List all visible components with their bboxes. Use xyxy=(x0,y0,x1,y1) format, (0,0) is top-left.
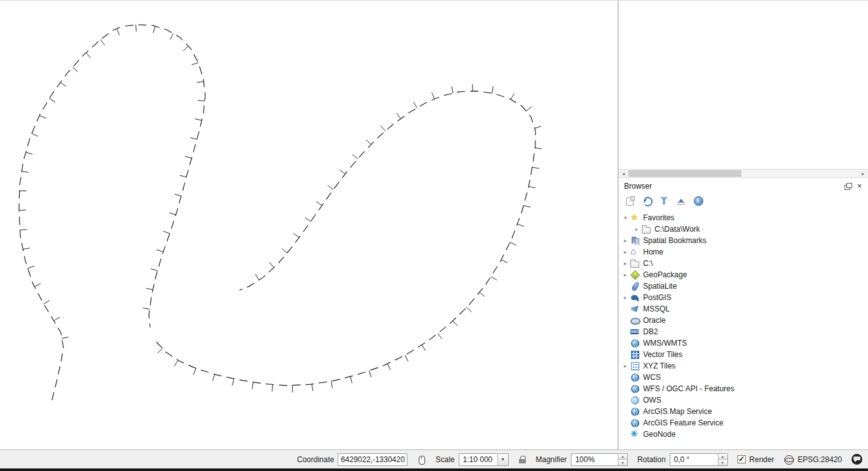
favorites-icon xyxy=(630,213,640,223)
scale-group: Scale 1:10 000 xyxy=(435,453,508,466)
scale-combobox[interactable]: 1:10 000 xyxy=(459,453,509,466)
rotation-spinbox[interactable]: 0,0 ° xyxy=(670,453,728,466)
browser-item-spatialite[interactable]: SpatiaLite xyxy=(618,280,868,292)
float-panel-icon[interactable] xyxy=(843,182,853,191)
rotation-label: Rotation xyxy=(637,455,666,464)
browser-item-arcgis-map-service[interactable]: ArcGIS Map Service xyxy=(618,406,868,417)
status-bar: Coordinate 6429022,-1330420 Scale 1:10 0… xyxy=(0,449,868,468)
browser-item-favorites[interactable]: ▾Favorites xyxy=(618,212,868,223)
scale-value: 1:10 000 xyxy=(459,454,497,465)
scroll-left-icon[interactable] xyxy=(618,170,629,177)
expander-right-icon[interactable]: ▸ xyxy=(621,260,630,267)
browser-item-label: GeoNode xyxy=(643,430,675,439)
properties-widget-button[interactable] xyxy=(691,193,706,208)
cliff-line-west xyxy=(19,25,205,400)
rotation-up-icon[interactable] xyxy=(718,454,727,460)
magnifier-spinbox[interactable]: 100% xyxy=(571,453,628,466)
expander-right-icon[interactable]: ▸ xyxy=(621,272,630,278)
refresh-button[interactable] xyxy=(639,193,654,208)
browser-item-label: GeoPackage xyxy=(643,270,687,279)
magnifier-down-icon[interactable] xyxy=(618,459,627,465)
magnifier-up-icon[interactable] xyxy=(618,454,627,460)
browser-item-label: Oracle xyxy=(643,316,665,325)
qgis-main-area: Browser ▾Favorites▸C:\Data\Work▸Spatial … xyxy=(0,0,868,449)
coordinate-input[interactable]: 6429022,-1330420 xyxy=(338,453,407,466)
browser-item-spatial-bookmarks[interactable]: ▸Spatial Bookmarks xyxy=(618,235,868,246)
browser-item-wcs[interactable]: WCS xyxy=(618,372,868,383)
collapse-all-button[interactable] xyxy=(673,193,689,208)
crs-group: EPSG:28420 xyxy=(784,455,842,465)
browser-item-vector-tiles[interactable]: Vector Tiles xyxy=(618,349,868,360)
render-checkbox[interactable] xyxy=(737,455,746,463)
map-cliff-symbology xyxy=(0,1,618,449)
render-group: Render xyxy=(737,455,774,464)
browser-item-label: WMS/WMTS xyxy=(643,339,687,348)
expander-right-icon[interactable]: ▸ xyxy=(621,237,630,244)
browser-item-label: C:\Data\Work xyxy=(654,225,700,234)
arcgis-feature-service-icon xyxy=(630,418,640,428)
geopackage-icon xyxy=(630,270,640,280)
browser-item-mssql[interactable]: MSSQL xyxy=(618,303,868,315)
browser-item-oracle[interactable]: Oracle xyxy=(618,315,868,326)
browser-item-wms-wmts[interactable]: WMS/WMTS xyxy=(618,337,868,349)
scale-dropdown-icon[interactable] xyxy=(497,454,508,465)
browser-item-geonode[interactable]: GeoNode xyxy=(618,429,868,440)
add-selected-layers-button[interactable] xyxy=(622,193,637,208)
browser-tree: ▾Favorites▸C:\Data\Work▸Spatial Bookmark… xyxy=(618,211,868,449)
browser-item-label: Spatial Bookmarks xyxy=(643,236,706,245)
scale-lock-icon[interactable] xyxy=(518,455,527,465)
browser-item-postgis[interactable]: ▸PostGIS xyxy=(618,292,868,303)
spatial-bookmarks-icon xyxy=(630,236,640,246)
browser-item-label: XYZ Tiles xyxy=(643,361,675,370)
wms-wmts-icon xyxy=(630,338,640,348)
scroll-right-icon[interactable] xyxy=(858,170,868,177)
rotation-value: 0,0 ° xyxy=(670,454,718,465)
geonode-icon xyxy=(630,429,640,439)
magnifier-value: 100% xyxy=(571,454,618,465)
filter-browser-button[interactable] xyxy=(656,193,672,208)
map-canvas[interactable] xyxy=(0,1,618,449)
expander-right-icon[interactable]: ▸ xyxy=(621,363,630,369)
xyz-tiles-icon xyxy=(630,361,640,371)
horizontal-scrollbar[interactable] xyxy=(618,169,868,178)
messages-button[interactable] xyxy=(852,454,862,465)
coordinate-group: Coordinate 6429022,-1330420 xyxy=(297,453,408,466)
expander-right-icon[interactable]: ▸ xyxy=(632,226,641,232)
magnifier-group: Magnifier 100% xyxy=(536,453,628,466)
browser-item-xyz-tiles[interactable]: ▸XYZ Tiles xyxy=(618,360,868,372)
browser-item-label: Home xyxy=(643,248,663,256)
browser-item-label: PostGIS xyxy=(643,293,672,302)
data-work-icon xyxy=(641,224,651,234)
browser-item-arcgis-feature-service[interactable]: ArcGIS Feature Service xyxy=(618,417,868,429)
scrollbar-thumb[interactable] xyxy=(629,170,741,177)
coordinate-value: 6429022,-1330420 xyxy=(341,455,405,464)
expander-down-icon[interactable]: ▾ xyxy=(621,215,630,221)
expander-right-icon[interactable]: ▸ xyxy=(621,249,630,255)
browser-item-ows[interactable]: OWS xyxy=(618,394,868,406)
epsg-label[interactable]: EPSG:28420 xyxy=(798,455,842,464)
browser-item-geopackage[interactable]: ▸GeoPackage xyxy=(618,269,868,280)
browser-panel-title: Browser xyxy=(624,182,841,191)
browser-item-label: Vector Tiles xyxy=(643,350,682,359)
scale-label: Scale xyxy=(435,455,454,464)
browser-toolbar xyxy=(618,192,868,211)
close-panel-icon[interactable] xyxy=(855,182,864,191)
empty-dock-panel xyxy=(618,1,868,178)
rotation-spin-buttons xyxy=(718,454,727,465)
crs-globe-icon[interactable] xyxy=(784,455,794,465)
magnifier-label: Magnifier xyxy=(536,455,567,464)
browser-item-data-work[interactable]: ▸C:\Data\Work xyxy=(618,223,868,235)
browser-item-c-drive[interactable]: ▸C:\ xyxy=(618,258,868,269)
expander-right-icon[interactable]: ▸ xyxy=(621,294,630,301)
scrollbar-track[interactable] xyxy=(629,170,858,177)
magnifier-spin-buttons xyxy=(618,454,627,465)
rotation-down-icon[interactable] xyxy=(718,459,727,465)
browser-item-label: MSSQL xyxy=(643,305,670,313)
mouse-position-toggle-icon[interactable] xyxy=(417,455,426,465)
browser-item-db2[interactable]: DB2 xyxy=(618,326,868,337)
browser-item-home[interactable]: ▸Home xyxy=(618,246,868,258)
browser-item-wfs-ogc-api-features[interactable]: WFS / OGC API - Features xyxy=(618,383,868,394)
db2-icon xyxy=(630,327,640,337)
add-selected-layers-icon xyxy=(625,196,635,206)
browser-item-label: WFS / OGC API - Features xyxy=(643,384,734,393)
